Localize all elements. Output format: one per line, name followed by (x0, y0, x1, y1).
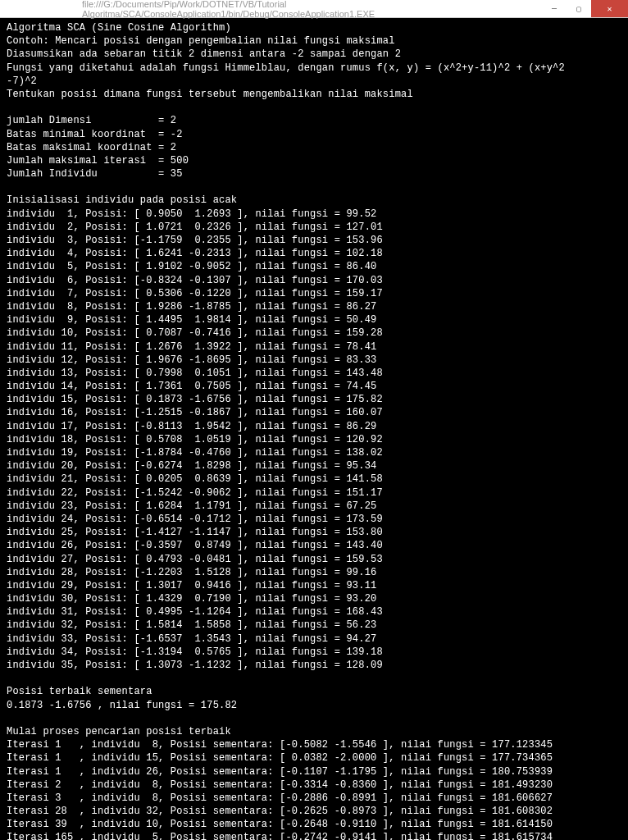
window-titlebar: file:///G:/Documents/Pip/Work/DOTNET/VB/… (0, 0, 628, 18)
minimize-button[interactable]: — (542, 0, 567, 17)
close-button[interactable]: ✕ (591, 0, 628, 17)
maximize-button[interactable]: ▢ (567, 0, 591, 17)
console-output: Algoritma SCA (Sine Cosine Algorithm) Co… (0, 18, 628, 840)
window-controls: — ▢ ✕ (542, 0, 628, 17)
window-title: file:///G:/Documents/Pip/Work/DOTNET/VB/… (0, 0, 542, 19)
